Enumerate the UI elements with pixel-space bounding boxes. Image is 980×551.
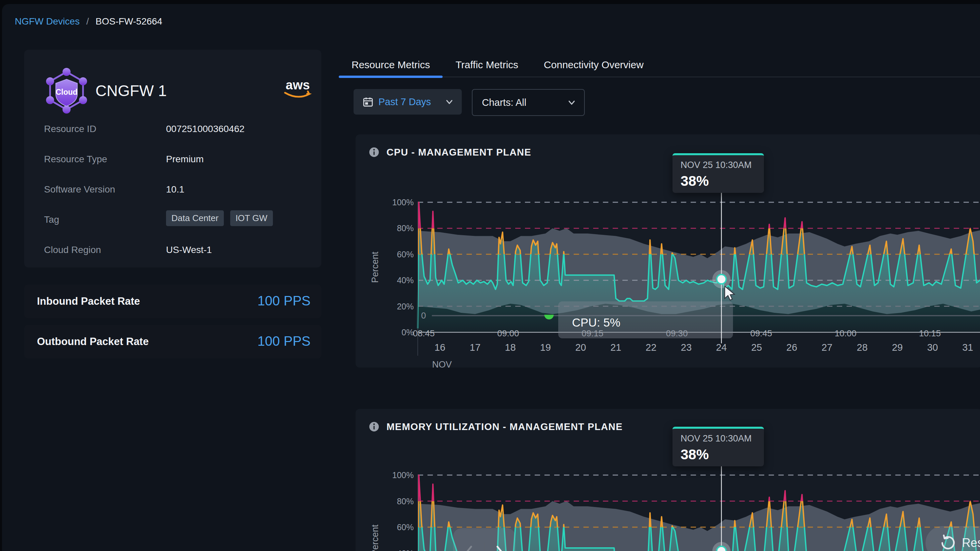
time-range-value: Past 7 Days (379, 97, 431, 108)
cpu-chart-canvas[interactable]: 00%20%40%60%80%100%Percent08:4509:0009:1… (356, 134, 980, 368)
device-title: CNGFW 1 (95, 82, 167, 100)
info-icon[interactable] (368, 421, 380, 432)
y-tick-label: 100% (392, 470, 414, 480)
x-date-label: 24 (716, 342, 727, 353)
x-time-label: 10:15 (919, 328, 941, 338)
field-label-resource-id: Resource ID (44, 124, 97, 134)
cpu-tooltip-date: NOV 25 10:30AM (681, 160, 756, 170)
y-tick-label: 100% (392, 198, 414, 207)
memory-chart-card: 40%60%80%100%Percent MEMORY UTILIZATION … (356, 409, 980, 551)
mouse-cursor-icon (723, 286, 738, 302)
charts-filter-dropdown[interactable]: Charts: All (472, 89, 585, 116)
x-date-label: 25 (751, 342, 762, 353)
calendar-icon (362, 96, 374, 108)
tag-chips: Data Center IOT GW (166, 210, 278, 226)
breadcrumb-separator: / (86, 16, 89, 27)
field-value-software-version: 10.1 (166, 184, 185, 195)
breadcrumb: NGFW Devices / BOS-FW-52664 (15, 16, 162, 27)
cpu-chart-title: CPU - MANAGEMENT PLANE (387, 147, 531, 158)
x-date-label: 17 (470, 342, 480, 353)
x-time-label: 08:45 (413, 328, 434, 338)
tag-chip-iot-gw[interactable]: IOT GW (230, 210, 273, 226)
y-tick-label: 60% (397, 249, 414, 259)
crosshair-dot (717, 275, 726, 284)
y-tick-label: 20% (397, 302, 414, 311)
page-previous-icon[interactable] (462, 544, 475, 551)
svg-text:aws: aws (286, 78, 310, 92)
chevron-down-icon (444, 97, 454, 107)
crosshair-dot (717, 546, 726, 551)
chevron-down-icon (566, 97, 577, 108)
x-date-label: 18 (505, 342, 515, 353)
x-date-label: 22 (646, 342, 656, 353)
aws-logo-icon: aws (281, 77, 315, 101)
field-label-resource-type: Resource Type (44, 154, 107, 165)
info-icon[interactable] (368, 146, 380, 158)
memory-tooltip-date: NOV 25 10:30AM (681, 433, 756, 444)
restart-button[interactable]: Restart (926, 526, 980, 551)
device-card: Cloud CNGFW 1 aws Resource ID 0072510003… (24, 50, 321, 267)
hover-tooltip-text: CPU: 5% (572, 316, 620, 329)
chart-pager-overlay (453, 528, 515, 551)
inbound-packet-rate-value: 100 PPS (258, 293, 310, 308)
memory-chart-title: MEMORY UTILIZATION - MANAGEMENT PLANE (387, 421, 623, 432)
x-date-label: 29 (892, 342, 903, 353)
field-label-cloud-region: Cloud Region (44, 245, 101, 255)
app-panel: NGFW Devices / BOS-FW-52664 Cloud CNGFW … (2, 4, 980, 551)
field-value-resource-id: 007251000360462 (166, 124, 245, 134)
x-time-label: 10:00 (834, 328, 856, 338)
x-date-label: 27 (822, 342, 832, 353)
pager-divider (484, 543, 485, 551)
field-label-software-version: Software Version (44, 184, 115, 195)
outbound-packet-rate-value: 100 PPS (258, 333, 310, 349)
memory-tooltip-value: 38% (681, 446, 756, 463)
restart-icon (939, 534, 956, 551)
tag-chip-data-center[interactable]: Data Center (166, 210, 224, 226)
x-date-label: 21 (610, 342, 621, 353)
field-value-resource-type: Premium (166, 154, 204, 165)
memory-crosshair-tooltip: NOV 25 10:30AM 38% (673, 427, 764, 466)
outbound-packet-rate-card: Outbound Packet Rate 100 PPS (24, 325, 321, 359)
x-date-label: 28 (857, 342, 867, 353)
y-axis-title: Percent (370, 251, 380, 283)
x-month-label: NOV (432, 359, 452, 368)
x-date-label: 20 (575, 342, 586, 353)
cloud-firewall-icon: Cloud (43, 67, 90, 114)
cpu-tooltip-value: 38% (681, 173, 756, 189)
time-range-dropdown[interactable]: Past 7 Days (353, 89, 462, 114)
tab-traffic-metrics[interactable]: Traffic Metrics (442, 53, 531, 76)
inbound-packet-rate-label: Inbound Packet Rate (37, 295, 140, 307)
tab-bar: Resource Metrics Traffic Metrics Connect… (339, 53, 980, 77)
field-label-tag: Tag (44, 214, 59, 225)
x-date-label: 30 (927, 342, 938, 353)
x-date-label: 31 (962, 342, 973, 353)
x-time-label: 09:45 (750, 328, 772, 338)
y-tick-label: 80% (397, 224, 414, 233)
y-tick-label: 60% (397, 522, 414, 532)
x-date-label: 26 (786, 342, 797, 353)
breadcrumb-current: BOS-FW-52664 (95, 16, 162, 27)
breadcrumb-link-ngfw-devices[interactable]: NGFW Devices (15, 16, 80, 27)
field-value-cloud-region: US-West-1 (166, 245, 212, 255)
cloud-icon-label: Cloud (56, 88, 77, 97)
cpu-crosshair-tooltip: NOV 25 10:30AM 38% (673, 153, 764, 193)
page-next-icon[interactable] (493, 544, 507, 551)
y-axis-title: Percent (370, 524, 380, 551)
y-tick-label: 80% (397, 497, 414, 506)
x-date-label: 19 (540, 342, 551, 353)
x-date-label: 16 (434, 342, 445, 353)
x-date-label: 23 (681, 342, 692, 353)
y-tick-label: 40% (397, 549, 414, 551)
tab-connectivity-overview[interactable]: Connectivity Overview (531, 53, 656, 76)
tab-resource-metrics[interactable]: Resource Metrics (339, 53, 442, 76)
y-tick-label: 40% (397, 275, 414, 285)
charts-filter-value: Charts: All (482, 97, 526, 108)
cpu-chart-card: 00%20%40%60%80%100%Percent08:4509:0009:1… (356, 134, 980, 368)
zero-line-label: 0 (421, 310, 426, 321)
inbound-packet-rate-card: Inbound Packet Rate 100 PPS (24, 284, 321, 318)
y-tick-label: 0% (402, 327, 414, 337)
screen: NGFW Devices / BOS-FW-52664 Cloud CNGFW … (0, 0, 980, 551)
outbound-packet-rate-label: Outbound Packet Rate (37, 336, 148, 348)
x-time-label: 09:00 (497, 328, 519, 338)
restart-label: Restart (962, 536, 980, 550)
